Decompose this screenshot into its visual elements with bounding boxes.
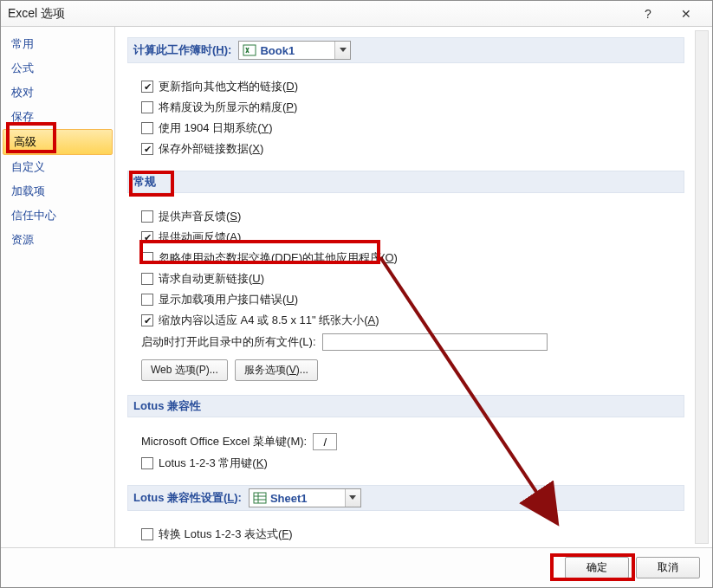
checkbox-autolink[interactable]	[141, 273, 153, 285]
label-lotus-keys: Lotus 1-2-3 常用键(K)	[159, 456, 268, 471]
checkbox-precision[interactable]	[141, 101, 153, 113]
excel-options-dialog: Excel 选项 ? ✕ 常用 公式 校对 保存 高级 自定义 加载项 信任中心…	[0, 0, 713, 588]
content-pane: 计算此工作簿时(H): Book1 更新指向其他文档的链接(D) 将精度设为所显…	[115, 27, 712, 547]
label-dde: 忽略使用动态数据交换(DDE)的其他应用程序(O)	[159, 250, 398, 266]
excel-icon	[243, 43, 256, 57]
label-addin-err: 显示加载项用户接口错误(U)	[159, 292, 298, 307]
section-header-calc: 计算此工作簿时(H): Book1	[127, 37, 684, 63]
title-bar: Excel 选项 ? ✕	[1, 1, 712, 27]
label-precision: 将精度设为所显示的精度(P)	[159, 100, 297, 115]
checkbox-1904[interactable]	[141, 122, 153, 134]
label-anim: 提供动画反馈(A)	[159, 229, 241, 245]
label-1904: 使用 1904 日期系统(Y)	[159, 120, 273, 136]
label-autolink: 请求自动更新链接(U)	[159, 271, 264, 287]
help-icon[interactable]: ?	[629, 7, 667, 21]
sheet-icon	[253, 491, 267, 505]
sidebar-item-proofing[interactable]: 校对	[1, 81, 114, 105]
checkbox-lotus-keys[interactable]	[141, 457, 153, 469]
dialog-title: Excel 选项	[8, 6, 65, 22]
label-save-ext: 保存外部链接数据(X)	[159, 141, 263, 157]
lotus-menu-key-field[interactable]	[313, 433, 337, 450]
service-options-button[interactable]: 服务选项(V)...	[235, 359, 318, 381]
dialog-footer: 确定 取消	[1, 547, 712, 587]
section-header-general: 常规	[127, 171, 684, 193]
sidebar-item-customize[interactable]: 自定义	[1, 155, 114, 179]
section-title-lotus-settings: Lotus 兼容性设置(L):	[133, 490, 242, 506]
checkbox-lotus-expr[interactable]	[141, 528, 153, 540]
vertical-scrollbar[interactable]	[695, 30, 709, 544]
sidebar-item-common[interactable]: 常用	[1, 32, 114, 56]
sidebar-item-advanced[interactable]: 高级	[3, 129, 113, 155]
svg-rect-1	[254, 493, 266, 503]
web-options-button[interactable]: Web 选项(P)...	[141, 359, 228, 381]
checkbox-anim[interactable]	[141, 231, 153, 243]
cancel-button[interactable]: 取消	[636, 557, 700, 578]
section-title-calc: 计算此工作簿时(H):	[133, 42, 231, 58]
chevron-down-icon	[345, 489, 360, 507]
section-header-lotus-settings: Lotus 兼容性设置(L): Sheet1	[127, 485, 684, 511]
sidebar: 常用 公式 校对 保存 高级 自定义 加载项 信任中心 资源	[1, 27, 115, 547]
checkbox-addin-err[interactable]	[141, 294, 153, 306]
checkbox-a4[interactable]	[141, 314, 153, 326]
sidebar-item-save[interactable]: 保存	[1, 105, 114, 129]
sidebar-item-addins[interactable]: 加载项	[1, 179, 114, 204]
startup-path-field[interactable]	[322, 333, 548, 351]
label-update-links: 更新指向其他文档的链接(D)	[159, 79, 298, 94]
label-a4: 缩放内容以适应 A4 或 8.5 x 11" 纸张大小(A)	[159, 313, 379, 328]
sheet-select-value: Sheet1	[270, 492, 308, 505]
checkbox-sound[interactable]	[141, 210, 153, 223]
svg-rect-0	[243, 45, 256, 55]
section-title-general: 常规	[133, 174, 156, 190]
close-icon[interactable]: ✕	[667, 7, 705, 21]
lotus-menu-label: Microsoft Office Excel 菜单键(M):	[141, 434, 307, 449]
sidebar-item-resources[interactable]: 资源	[1, 228, 114, 252]
sidebar-item-formula[interactable]: 公式	[1, 56, 114, 81]
sidebar-item-trust[interactable]: 信任中心	[1, 204, 114, 228]
ok-button[interactable]: 确定	[565, 557, 629, 578]
checkbox-dde[interactable]	[141, 252, 153, 264]
section-title-lotus: Lotus 兼容性	[133, 398, 201, 414]
label-sound: 提供声音反馈(S)	[159, 209, 241, 224]
workbook-select-value: Book1	[260, 44, 295, 57]
checkbox-save-ext[interactable]	[141, 143, 153, 155]
startup-label: 启动时打开此目录中的所有文件(L):	[141, 334, 316, 350]
label-lotus-expr: 转换 Lotus 1-2-3 表达式(F)	[159, 527, 293, 542]
section-header-lotus: Lotus 兼容性	[127, 395, 684, 417]
workbook-select[interactable]: Book1	[238, 41, 351, 60]
chevron-down-icon	[334, 42, 350, 59]
sheet-select[interactable]: Sheet1	[249, 488, 361, 507]
checkbox-update-links[interactable]	[141, 81, 153, 93]
